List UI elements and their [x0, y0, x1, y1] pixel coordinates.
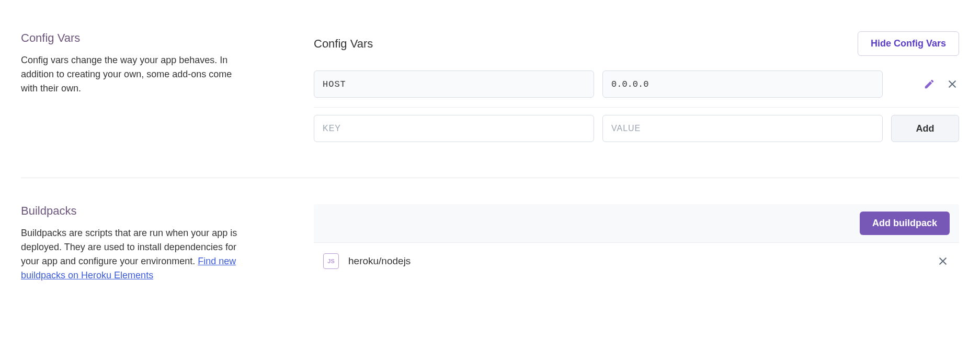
- hide-config-vars-button[interactable]: Hide Config Vars: [858, 31, 959, 56]
- config-vars-right: Config Vars Hide Config Vars Add: [314, 31, 959, 151]
- buildpacks-section: Buildpacks Buildpacks are scripts that a…: [21, 178, 959, 309]
- config-var-value-input[interactable]: [602, 71, 883, 98]
- config-vars-left: Config Vars Config vars change the way y…: [21, 31, 251, 151]
- config-var-new-row: Add: [314, 115, 959, 142]
- config-vars-description: Config vars change the way your app beha…: [21, 53, 251, 96]
- config-var-key-input[interactable]: [314, 71, 594, 98]
- new-config-var-value-input[interactable]: [602, 115, 883, 142]
- config-var-row: [314, 71, 959, 98]
- config-vars-section: Config Vars Config vars change the way y…: [21, 21, 959, 178]
- buildpack-name: heroku/nodejs: [348, 255, 927, 267]
- buildpacks-description: Buildpacks are scripts that are run when…: [21, 226, 251, 283]
- config-vars-header-title: Config Vars: [314, 37, 373, 51]
- new-config-var-key-input[interactable]: [314, 115, 594, 142]
- add-buildpack-button[interactable]: Add buildpack: [860, 212, 950, 235]
- config-vars-header: Config Vars Hide Config Vars: [314, 31, 959, 56]
- buildpacks-title: Buildpacks: [21, 204, 251, 218]
- buildpack-row: JS heroku/nodejs: [314, 243, 959, 279]
- remove-buildpack-icon[interactable]: [936, 254, 950, 268]
- edit-icon[interactable]: [922, 77, 936, 91]
- buildpacks-header: Add buildpack: [314, 204, 959, 243]
- buildpacks-right: Add buildpack JS heroku/nodejs: [314, 204, 959, 283]
- config-var-row-actions: [891, 77, 959, 91]
- nodejs-icon: JS: [323, 253, 339, 269]
- add-config-var-button[interactable]: Add: [891, 115, 959, 142]
- delete-icon[interactable]: [945, 77, 959, 91]
- buildpacks-left: Buildpacks Buildpacks are scripts that a…: [21, 204, 251, 283]
- config-vars-divider: [314, 107, 959, 108]
- config-vars-title: Config Vars: [21, 31, 251, 45]
